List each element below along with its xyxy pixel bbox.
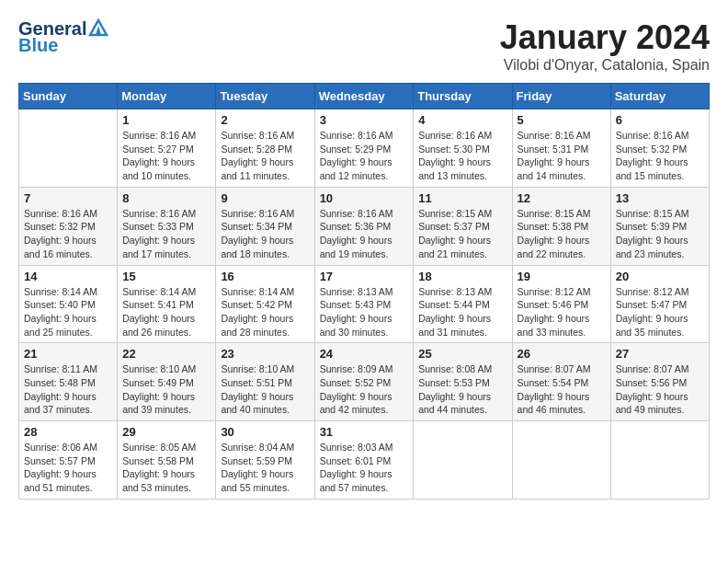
day-number: 3 xyxy=(320,113,409,127)
calendar-cell: 10 Sunrise: 8:16 AMSunset: 5:36 PMDaylig… xyxy=(314,187,414,265)
calendar-cell: 19 Sunrise: 8:12 AMSunset: 5:46 PMDaylig… xyxy=(512,265,610,343)
day-detail: Sunrise: 8:12 AMSunset: 5:46 PMDaylight:… xyxy=(518,285,606,339)
day-number: 21 xyxy=(24,347,112,361)
day-number: 14 xyxy=(24,270,112,283)
calendar-cell xyxy=(414,421,512,500)
day-number: 27 xyxy=(616,347,704,361)
day-detail: Sunrise: 8:16 AMSunset: 5:33 PMDaylight:… xyxy=(122,207,210,261)
calendar-cell: 13 Sunrise: 8:15 AMSunset: 5:39 PMDaylig… xyxy=(610,187,709,265)
calendar-cell: 24 Sunrise: 8:09 AMSunset: 5:52 PMDaylig… xyxy=(314,343,414,421)
calendar-cell: 22 Sunrise: 8:10 AMSunset: 5:49 PMDaylig… xyxy=(118,343,216,421)
day-detail: Sunrise: 8:12 AMSunset: 5:47 PMDaylight:… xyxy=(616,285,704,339)
calendar-cell: 16 Sunrise: 8:14 AMSunset: 5:42 PMDaylig… xyxy=(216,265,314,343)
day-number: 11 xyxy=(418,191,506,205)
calendar-cell: 5 Sunrise: 8:16 AMSunset: 5:31 PMDayligh… xyxy=(512,109,610,188)
header-saturday: Saturday xyxy=(610,84,709,109)
day-detail: Sunrise: 8:16 AMSunset: 5:32 PMDaylight:… xyxy=(616,129,704,183)
header-row: Sunday Monday Tuesday Wednesday Thursday… xyxy=(19,84,710,109)
calendar-cell: 20 Sunrise: 8:12 AMSunset: 5:47 PMDaylig… xyxy=(610,265,709,343)
day-number: 12 xyxy=(518,191,606,205)
calendar-cell: 1 Sunrise: 8:16 AMSunset: 5:27 PMDayligh… xyxy=(118,109,216,188)
calendar-cell: 7 Sunrise: 8:16 AMSunset: 5:32 PMDayligh… xyxy=(19,187,118,265)
calendar-week-3: 14 Sunrise: 8:14 AMSunset: 5:40 PMDaylig… xyxy=(19,265,710,343)
day-detail: Sunrise: 8:14 AMSunset: 5:41 PMDaylight:… xyxy=(122,285,210,339)
day-detail: Sunrise: 8:16 AMSunset: 5:28 PMDaylight:… xyxy=(221,129,309,183)
day-number: 9 xyxy=(221,191,309,205)
day-number: 29 xyxy=(122,425,210,439)
page-header: General Blue January 2024 Vilobi d'Onyar… xyxy=(18,18,710,74)
header-sunday: Sunday xyxy=(19,84,118,109)
day-detail: Sunrise: 8:16 AMSunset: 5:32 PMDaylight:… xyxy=(24,207,112,261)
day-number: 15 xyxy=(122,270,210,283)
header-thursday: Thursday xyxy=(414,84,512,109)
calendar-cell: 9 Sunrise: 8:16 AMSunset: 5:34 PMDayligh… xyxy=(216,187,314,265)
calendar-week-5: 28 Sunrise: 8:06 AMSunset: 5:57 PMDaylig… xyxy=(19,421,710,500)
day-detail: Sunrise: 8:06 AMSunset: 5:57 PMDaylight:… xyxy=(24,441,112,495)
day-number: 1 xyxy=(122,113,210,127)
calendar-subtitle: Vilobi d'Onyar, Catalonia, Spain xyxy=(500,57,710,74)
calendar-cell: 12 Sunrise: 8:15 AMSunset: 5:38 PMDaylig… xyxy=(512,187,610,265)
header-wednesday: Wednesday xyxy=(314,84,414,109)
day-number: 25 xyxy=(418,347,506,361)
calendar-cell: 14 Sunrise: 8:14 AMSunset: 5:40 PMDaylig… xyxy=(19,265,118,343)
day-number: 13 xyxy=(616,191,704,205)
day-number: 8 xyxy=(122,191,210,205)
day-number: 22 xyxy=(122,347,210,361)
day-number: 16 xyxy=(221,270,309,283)
calendar-week-1: 1 Sunrise: 8:16 AMSunset: 5:27 PMDayligh… xyxy=(19,109,710,188)
header-tuesday: Tuesday xyxy=(216,84,314,109)
day-number: 10 xyxy=(320,191,409,205)
day-number: 19 xyxy=(518,270,606,283)
calendar-cell: 27 Sunrise: 8:07 AMSunset: 5:56 PMDaylig… xyxy=(610,343,709,421)
day-detail: Sunrise: 8:16 AMSunset: 5:29 PMDaylight:… xyxy=(320,129,409,183)
calendar-body: 1 Sunrise: 8:16 AMSunset: 5:27 PMDayligh… xyxy=(19,109,710,500)
day-detail: Sunrise: 8:05 AMSunset: 5:58 PMDaylight:… xyxy=(122,441,210,495)
calendar-cell: 30 Sunrise: 8:04 AMSunset: 5:59 PMDaylig… xyxy=(216,421,314,500)
calendar-cell: 6 Sunrise: 8:16 AMSunset: 5:32 PMDayligh… xyxy=(610,109,709,188)
day-detail: Sunrise: 8:16 AMSunset: 5:31 PMDaylight:… xyxy=(518,129,606,183)
day-detail: Sunrise: 8:10 AMSunset: 5:49 PMDaylight:… xyxy=(122,362,210,417)
day-detail: Sunrise: 8:11 AMSunset: 5:48 PMDaylight:… xyxy=(24,362,112,417)
day-detail: Sunrise: 8:15 AMSunset: 5:38 PMDaylight:… xyxy=(518,207,606,261)
header-monday: Monday xyxy=(118,84,216,109)
day-number: 6 xyxy=(616,113,704,127)
day-number: 31 xyxy=(320,425,409,439)
calendar-cell: 4 Sunrise: 8:16 AMSunset: 5:30 PMDayligh… xyxy=(414,109,512,188)
day-number: 5 xyxy=(518,113,606,127)
logo: General Blue xyxy=(18,18,108,55)
calendar-header: Sunday Monday Tuesday Wednesday Thursday… xyxy=(19,84,710,109)
day-number: 4 xyxy=(418,113,506,127)
day-detail: Sunrise: 8:16 AMSunset: 5:36 PMDaylight:… xyxy=(320,207,409,261)
calendar-cell: 26 Sunrise: 8:07 AMSunset: 5:54 PMDaylig… xyxy=(512,343,610,421)
day-detail: Sunrise: 8:14 AMSunset: 5:40 PMDaylight:… xyxy=(24,285,112,339)
calendar-cell: 25 Sunrise: 8:08 AMSunset: 5:53 PMDaylig… xyxy=(414,343,512,421)
day-detail: Sunrise: 8:16 AMSunset: 5:27 PMDaylight:… xyxy=(122,129,210,183)
day-detail: Sunrise: 8:10 AMSunset: 5:51 PMDaylight:… xyxy=(221,362,309,417)
calendar-table: Sunday Monday Tuesday Wednesday Thursday… xyxy=(18,83,710,500)
logo-blue: Blue xyxy=(18,35,108,55)
header-friday: Friday xyxy=(512,84,610,109)
day-number: 24 xyxy=(320,347,409,361)
day-detail: Sunrise: 8:14 AMSunset: 5:42 PMDaylight:… xyxy=(221,285,309,339)
day-detail: Sunrise: 8:15 AMSunset: 5:37 PMDaylight:… xyxy=(418,207,506,261)
day-number: 2 xyxy=(221,113,309,127)
day-detail: Sunrise: 8:08 AMSunset: 5:53 PMDaylight:… xyxy=(418,362,506,417)
day-number: 20 xyxy=(616,270,704,283)
calendar-cell: 11 Sunrise: 8:15 AMSunset: 5:37 PMDaylig… xyxy=(414,187,512,265)
calendar-week-2: 7 Sunrise: 8:16 AMSunset: 5:32 PMDayligh… xyxy=(19,187,710,265)
day-number: 23 xyxy=(221,347,309,361)
calendar-title: January 2024 xyxy=(500,18,710,57)
day-detail: Sunrise: 8:13 AMSunset: 5:44 PMDaylight:… xyxy=(418,285,506,339)
day-number: 7 xyxy=(24,191,112,205)
calendar-cell: 18 Sunrise: 8:13 AMSunset: 5:44 PMDaylig… xyxy=(414,265,512,343)
day-number: 18 xyxy=(418,270,506,283)
day-detail: Sunrise: 8:03 AMSunset: 6:01 PMDaylight:… xyxy=(320,441,409,495)
calendar-cell: 15 Sunrise: 8:14 AMSunset: 5:41 PMDaylig… xyxy=(118,265,216,343)
day-detail: Sunrise: 8:16 AMSunset: 5:30 PMDaylight:… xyxy=(418,129,506,183)
day-detail: Sunrise: 8:13 AMSunset: 5:43 PMDaylight:… xyxy=(320,285,409,339)
calendar-cell: 21 Sunrise: 8:11 AMSunset: 5:48 PMDaylig… xyxy=(19,343,118,421)
calendar-cell: 8 Sunrise: 8:16 AMSunset: 5:33 PMDayligh… xyxy=(118,187,216,265)
calendar-cell xyxy=(19,109,118,188)
title-area: January 2024 Vilobi d'Onyar, Catalonia, … xyxy=(500,18,710,74)
day-detail: Sunrise: 8:07 AMSunset: 5:54 PMDaylight:… xyxy=(518,362,606,417)
